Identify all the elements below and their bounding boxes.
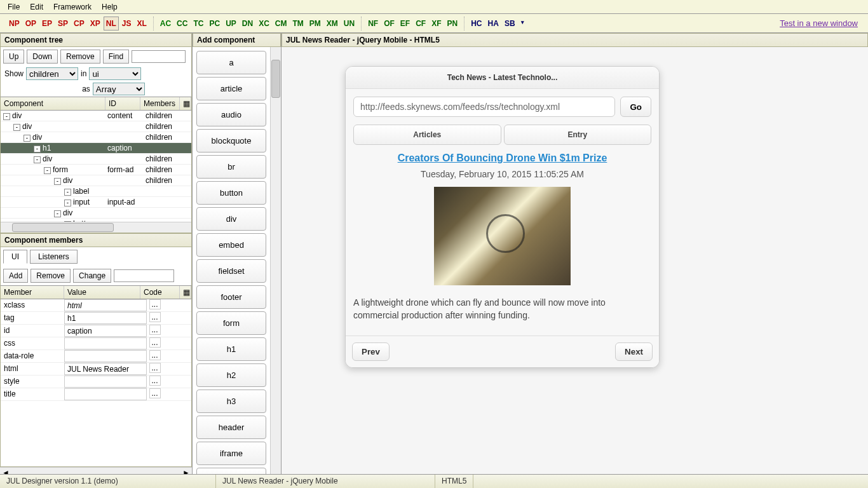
tab-listeners[interactable]: Listeners (30, 250, 78, 264)
toolbar-btn-cp[interactable]: CP (71, 17, 87, 30)
toolbar-btn-tc[interactable]: TC (191, 17, 206, 30)
member-code-button[interactable]: ... (149, 350, 161, 360)
add-component-article[interactable]: article (196, 77, 266, 100)
add-component-form[interactable]: form (196, 311, 266, 335)
members-remove-button[interactable]: Remove (31, 269, 71, 283)
member-value-input[interactable] (64, 363, 147, 375)
add-component-h2[interactable]: h2 (196, 363, 266, 387)
add-component-h1[interactable]: h1 (196, 337, 266, 361)
toolbar-btn-ha[interactable]: HA (485, 17, 501, 30)
add-component-header[interactable]: header (196, 416, 266, 439)
toolbar-btn-xl[interactable]: XL (134, 17, 149, 30)
as-select[interactable]: Array (93, 83, 145, 95)
toolbar-btn-xc[interactable]: XC (256, 17, 272, 30)
add-component-br[interactable]: br (196, 155, 266, 179)
menu-edit[interactable]: Edit (25, 1, 48, 13)
tree-toggle-icon[interactable]: - (34, 156, 41, 163)
menu-file[interactable]: File (3, 1, 25, 13)
toolbar-btn-cc[interactable]: CC (174, 17, 190, 30)
tree-toggle-icon[interactable]: - (24, 135, 31, 142)
tree-toggle-icon[interactable]: - (44, 167, 51, 174)
member-value-input[interactable] (64, 299, 147, 311)
toolbar-btn-un[interactable]: UN (341, 17, 357, 30)
toolbar-btn-up[interactable]: UP (223, 17, 239, 30)
add-v-scrollbar[interactable] (270, 47, 281, 478)
toolbar-btn-nf[interactable]: NF (365, 17, 381, 30)
toolbar-btn-tm[interactable]: TM (290, 17, 306, 30)
members-change-input[interactable] (114, 269, 174, 282)
toolbar-btn-cm[interactable]: CM (273, 17, 290, 30)
caret-down-icon[interactable]: ▾ (519, 17, 527, 30)
article-title-link[interactable]: Creators Of Bouncing Drone Win $1m Prize (353, 152, 651, 164)
next-button[interactable]: Next (615, 342, 653, 361)
tree-row[interactable]: -divchildren (1, 175, 191, 186)
tree-toggle-icon[interactable]: - (54, 178, 61, 185)
tree-toggle-icon[interactable]: - (13, 124, 20, 131)
member-value-input[interactable] (64, 325, 147, 337)
member-code-button[interactable]: ... (149, 376, 161, 386)
show-select[interactable]: children (26, 67, 78, 80)
member-value-input[interactable] (64, 350, 147, 362)
toolbar-btn-xm[interactable]: XM (324, 17, 341, 30)
add-component-blockquote[interactable]: blockquote (196, 129, 266, 152)
member-value-input[interactable] (64, 337, 147, 349)
add-component-iframe[interactable]: iframe (196, 442, 266, 465)
tree-find-input[interactable] (132, 50, 186, 63)
toolbar-btn-ef[interactable]: EF (398, 17, 412, 30)
toolbar-btn-pc[interactable]: PC (207, 17, 222, 30)
toolbar-btn-pm[interactable]: PM (307, 17, 323, 30)
member-code-button[interactable]: ... (149, 388, 161, 398)
tab-ui[interactable]: UI (3, 250, 27, 264)
in-select[interactable]: ui (89, 67, 141, 80)
tab-entry[interactable]: Entry (504, 125, 652, 145)
go-button[interactable]: Go (620, 97, 651, 117)
test-in-new-window-link[interactable]: Test in a new window (780, 18, 858, 28)
member-code-button[interactable]: ... (149, 363, 161, 373)
col-menu-icon[interactable]: ▦ (180, 286, 191, 299)
add-component-embed[interactable]: embed (196, 233, 266, 257)
tree-up-button[interactable]: Up (3, 50, 24, 64)
tree-toggle-icon[interactable]: - (34, 146, 41, 152)
member-value-input[interactable] (64, 376, 147, 388)
toolbar-btn-op[interactable]: OP (23, 17, 39, 30)
add-component-audio[interactable]: audio (196, 103, 266, 126)
member-value-input[interactable] (64, 312, 147, 324)
add-component-a[interactable]: a (196, 51, 266, 74)
member-code-button[interactable]: ... (149, 337, 161, 348)
tree-toggle-icon[interactable]: - (3, 113, 10, 120)
member-code-button[interactable]: ... (149, 299, 161, 309)
tree-row[interactable]: -h1caption (1, 143, 191, 154)
toolbar-btn-nl[interactable]: NL (104, 17, 119, 30)
tree-find-button[interactable]: Find (103, 50, 129, 64)
toolbar-btn-hc[interactable]: HC (468, 17, 484, 30)
prev-button[interactable]: Prev (352, 342, 390, 361)
menu-help[interactable]: Help (97, 1, 123, 13)
tree-toggle-icon[interactable]: - (64, 200, 71, 207)
toolbar-btn-sb[interactable]: SB (502, 17, 518, 30)
toolbar-btn-np[interactable]: NP (6, 17, 22, 30)
members-add-button[interactable]: Add (3, 269, 28, 283)
toolbar-btn-of[interactable]: OF (381, 17, 397, 30)
menu-framework[interactable]: Framework (48, 1, 97, 13)
tree-h-scrollbar[interactable] (1, 222, 191, 233)
add-component-footer[interactable]: footer (196, 285, 266, 309)
tree-toggle-icon[interactable]: - (64, 189, 71, 196)
toolbar-btn-js[interactable]: JS (119, 17, 134, 30)
feed-url-input[interactable] (353, 97, 615, 117)
tree-row[interactable]: -inputinput-ad (1, 197, 191, 208)
toolbar-btn-xp[interactable]: XP (88, 17, 103, 30)
toolbar-btn-cf[interactable]: CF (413, 17, 428, 30)
tree-remove-button[interactable]: Remove (60, 50, 100, 64)
toolbar-btn-ep[interactable]: EP (39, 17, 55, 30)
tree-toggle-icon[interactable]: - (54, 210, 61, 217)
add-component-h3[interactable]: h3 (196, 390, 266, 413)
tree-row[interactable]: -divchildren (1, 121, 191, 132)
toolbar-btn-sp[interactable]: SP (55, 17, 71, 30)
add-component-button[interactable]: button (196, 181, 266, 205)
tree-down-button[interactable]: Down (27, 50, 58, 64)
tree-row[interactable]: -label (1, 186, 191, 197)
tree-row[interactable]: -div (1, 208, 191, 219)
member-value-input[interactable] (64, 388, 147, 400)
tab-articles[interactable]: Articles (353, 125, 501, 145)
toolbar-btn-pn[interactable]: PN (445, 17, 461, 30)
